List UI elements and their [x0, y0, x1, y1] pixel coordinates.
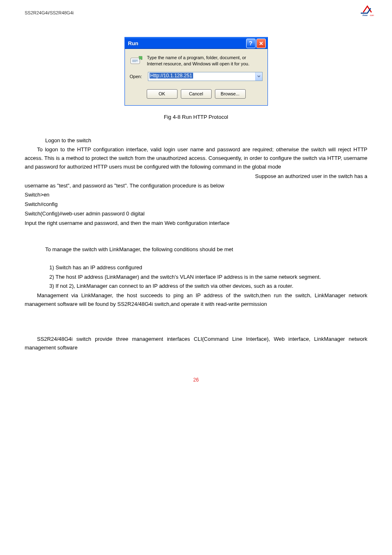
run-icon [130, 55, 143, 66]
paragraph: SS2R24/48G4i switch provide three manage… [25, 335, 367, 352]
open-label: Open: [130, 74, 144, 79]
page-number: 26 [25, 377, 367, 383]
amer-logo: Amer .com [359, 4, 376, 18]
paragraph: Input the right username and password, a… [25, 219, 367, 228]
svg-text:Amer: Amer [362, 14, 368, 16]
command-line: Switch#config [25, 200, 367, 209]
run-dialog: Run ? [125, 37, 268, 106]
paragraph: Suppose an authorized user in the switch… [25, 172, 367, 181]
dialog-title: Run [128, 40, 138, 46]
close-button[interactable] [256, 39, 266, 48]
command-line: Switch(Config)#web-user admin password 0… [25, 210, 367, 218]
dialog-titlebar: Run ? [125, 37, 267, 49]
command-line: Switch>en [25, 191, 367, 199]
list-item: 1) Switch has an IP address configured [25, 264, 367, 272]
dialog-body: Type the name of a program, folder, docu… [125, 49, 267, 105]
svg-text:.com: .com [369, 14, 374, 16]
dropdown-arrow-icon[interactable] [255, 72, 262, 81]
list-item: 3) If not 2), LinkManager can connect to… [25, 282, 367, 291]
dialog-description: Type the name of a program, folder, docu… [147, 55, 263, 67]
open-input[interactable]: Http://10.1.128.251 [148, 72, 263, 81]
logon-heading: Logon to the switch [25, 136, 367, 145]
list-item: 2) The host IP address (LinkManager) and… [25, 273, 367, 282]
header-model: SS2R24G4i/SS2R48G4i [25, 10, 74, 15]
figure-caption: Fig 4-8 Run HTTP Protocol [25, 114, 367, 120]
help-button[interactable]: ? [246, 39, 256, 48]
browse-button[interactable]: Browse... [215, 89, 246, 99]
cancel-button[interactable]: Cancel [181, 89, 212, 99]
paragraph: username as "test", and password as "tes… [25, 182, 367, 190]
ok-button[interactable]: OK [147, 89, 178, 99]
paragraph: To manage the switch with LinkManager, t… [25, 245, 367, 254]
titlebar-buttons: ? [246, 39, 266, 48]
open-input-text: Http://10.1.128.251 [148, 72, 255, 81]
document-content: Logon to the switch To logon to the HTTP… [25, 136, 367, 352]
paragraph: To logon to the HTTP configuration inter… [25, 146, 367, 171]
paragraph: Management via LinkManager, the host suc… [25, 291, 367, 309]
